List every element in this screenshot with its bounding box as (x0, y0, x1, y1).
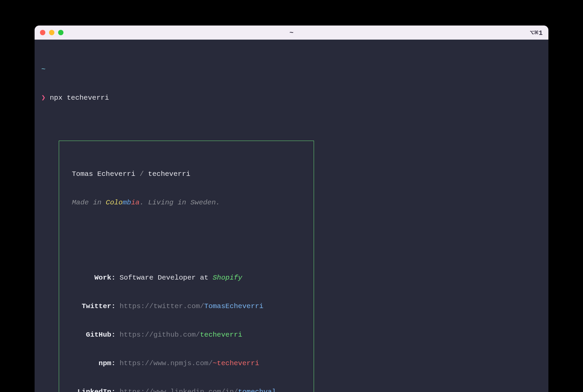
tagline-prefix: Made in (72, 199, 106, 206)
keyboard-shortcut-label: ⌥⌘1 (530, 29, 543, 37)
colombia-part-3: ia (131, 199, 139, 206)
titlebar: ~ ⌥⌘1 (35, 26, 548, 40)
tagline-suffix: Living in Sweden. (148, 199, 220, 206)
value-work: Software Developer at Shopify (116, 273, 242, 283)
person-name: Tomas Echeverri (72, 170, 135, 178)
window-title: ~ (35, 29, 548, 37)
row-twitter: Twitter: https://twitter.com/TomasEcheve… (72, 302, 301, 311)
colombia-part-2: mb (123, 199, 131, 206)
output-card: Tomas Echeverri / techeverri Made in Col… (59, 141, 314, 392)
minimize-icon[interactable] (49, 30, 54, 35)
label-npm: npm: (72, 359, 116, 368)
prompt-path: ~ (41, 65, 542, 74)
value-npm: https://www.npmjs.com/~techeverri (116, 359, 259, 368)
row-linkedin: LinkedIn: https://www.linkedin.com/in/to… (72, 387, 301, 392)
traffic-lights (40, 30, 63, 35)
label-twitter: Twitter: (72, 302, 116, 311)
command-text: npx techeverri (50, 94, 109, 102)
row-npm: npm: https://www.npmjs.com/~techeverri (72, 359, 301, 368)
value-github: https://github.com/techeverri (116, 330, 242, 340)
label-linkedin: LinkedIn: (72, 387, 116, 392)
label-work: Work: (72, 273, 116, 283)
card-tagline: Made in Colombia. Living in Sweden. (72, 198, 301, 207)
zoom-icon[interactable] (58, 30, 63, 35)
company-name: Shopify (213, 274, 242, 282)
value-twitter: https://twitter.com/TomasEcheverri (116, 302, 263, 311)
path-indicator: ~ (41, 65, 46, 73)
tagline-mid: . (140, 199, 148, 206)
row-work: Work: Software Developer at Shopify (72, 273, 301, 283)
value-linkedin: https://www.linkedin.com/in/tomechval (116, 387, 276, 392)
colombia-part-1: Colo (106, 199, 123, 206)
row-github: GitHub: https://github.com/techeverri (72, 330, 301, 340)
handle-separator: / (135, 170, 148, 178)
close-icon[interactable] (40, 30, 45, 35)
spacer (72, 236, 301, 245)
label-github: GitHub: (72, 330, 116, 340)
card-name-line: Tomas Echeverri / techeverri (72, 169, 301, 179)
terminal-body[interactable]: ~ ❯ npx techeverri Tomas Echeverri / tec… (35, 40, 548, 392)
prompt-caret-icon: ❯ (41, 94, 46, 102)
terminal-window: ~ ⌥⌘1 ~ ❯ npx techeverri Tomas Echeverri… (35, 26, 548, 392)
handle: techeverri (148, 170, 190, 178)
prompt-line: ❯ npx techeverri (41, 93, 542, 103)
